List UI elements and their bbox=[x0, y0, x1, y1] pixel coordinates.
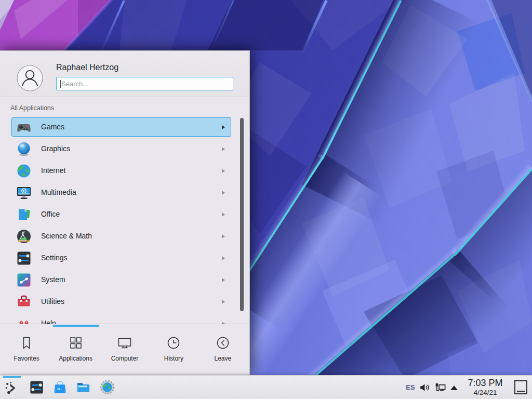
monitor-icon bbox=[117, 335, 132, 351]
grid-icon bbox=[68, 335, 84, 351]
clock-time: 7:03 PM bbox=[460, 377, 510, 389]
tab-label: Leave bbox=[214, 355, 231, 362]
submenu-arrow-icon bbox=[222, 256, 225, 260]
speaker-icon bbox=[419, 382, 430, 393]
menu-item-utilities[interactable]: Utilities bbox=[11, 292, 231, 311]
menu-item-games[interactable]: Games bbox=[11, 117, 231, 137]
menu-item-multimedia[interactable]: Multimedia bbox=[11, 183, 231, 202]
application-launcher-menu: Raphael Hertzog All Applications Games bbox=[0, 50, 250, 375]
tray-expand-arrow-icon[interactable] bbox=[450, 385, 458, 390]
menu-item-label: Utilities bbox=[41, 292, 64, 311]
submenu-arrow-icon bbox=[222, 191, 225, 195]
network-button[interactable] bbox=[434, 382, 446, 394]
web-browser-button[interactable] bbox=[99, 379, 115, 395]
section-label: All Applications bbox=[10, 104, 54, 112]
show-desktop-button[interactable] bbox=[514, 380, 527, 394]
menu-item-label: Games bbox=[41, 118, 64, 136]
menu-item-label: Settings bbox=[41, 249, 68, 267]
clock-date: 4/24/21 bbox=[460, 389, 510, 397]
internet-icon bbox=[16, 163, 32, 179]
folder-icon bbox=[75, 379, 91, 395]
tab-computer[interactable]: Computer bbox=[100, 324, 149, 375]
active-indicator bbox=[3, 376, 21, 378]
tab-label: Computer bbox=[111, 355, 139, 362]
utilities-icon bbox=[16, 294, 32, 310]
tab-label: Applications bbox=[59, 355, 92, 362]
menu-item-office[interactable]: Office bbox=[11, 205, 231, 224]
menu-item-label: Office bbox=[41, 205, 60, 223]
launcher-header: Raphael Hertzog bbox=[0, 51, 249, 97]
menu-item-label: Science & Math bbox=[41, 227, 92, 245]
science-icon bbox=[16, 228, 32, 245]
tab-applications[interactable]: Applications bbox=[51, 324, 100, 375]
bookmark-icon bbox=[19, 335, 34, 351]
category-list: Games Graphics bbox=[0, 117, 249, 324]
tab-favorites[interactable]: Favorites bbox=[2, 324, 51, 375]
scrollbar[interactable] bbox=[240, 118, 244, 311]
system-settings-icon bbox=[29, 379, 45, 395]
tab-label: Favorites bbox=[14, 355, 39, 362]
submenu-arrow-icon bbox=[222, 278, 225, 282]
digital-clock[interactable]: 7:03 PM 4/24/21 bbox=[460, 377, 510, 397]
menu-item-internet[interactable]: Internet bbox=[11, 161, 231, 180]
multimedia-icon bbox=[16, 184, 32, 201]
user-avatar[interactable] bbox=[17, 65, 43, 91]
menu-item-graphics[interactable]: Graphics bbox=[11, 139, 231, 158]
submenu-arrow-icon bbox=[222, 234, 225, 238]
user-name: Raphael Hertzog bbox=[56, 63, 118, 72]
menu-item-science-math[interactable]: Science & Math bbox=[11, 227, 231, 246]
file-manager-button[interactable] bbox=[75, 379, 91, 395]
system-icon bbox=[16, 272, 32, 288]
help-icon bbox=[16, 315, 32, 324]
menu-item-settings[interactable]: Settings bbox=[11, 248, 231, 268]
settings-icon bbox=[16, 250, 32, 267]
globe-gear-icon bbox=[99, 379, 115, 395]
system-settings-button[interactable] bbox=[29, 379, 45, 395]
menu-item-label: System bbox=[41, 271, 65, 289]
search-input[interactable] bbox=[57, 77, 233, 90]
kde-launcher-icon bbox=[4, 380, 20, 396]
taskbar-panel: ES 7:03 PM 4/24/21 bbox=[0, 375, 532, 399]
text-cursor bbox=[60, 80, 61, 88]
menu-item-label: Internet bbox=[41, 162, 65, 180]
discover-button[interactable] bbox=[52, 379, 68, 395]
tab-label: History bbox=[164, 355, 183, 362]
keyboard-layout-indicator[interactable]: ES bbox=[404, 376, 417, 399]
tab-leave[interactable]: Leave bbox=[198, 324, 247, 375]
leave-icon bbox=[215, 335, 231, 351]
volume-button[interactable] bbox=[419, 382, 430, 393]
discover-icon bbox=[52, 379, 68, 395]
wired-network-icon bbox=[434, 382, 446, 394]
submenu-arrow-icon bbox=[222, 169, 225, 173]
submenu-arrow-icon bbox=[222, 300, 225, 304]
graphics-icon bbox=[16, 141, 32, 157]
menu-item-label: Multimedia bbox=[41, 183, 76, 202]
menu-item-help[interactable]: Help bbox=[11, 314, 231, 324]
search-box bbox=[56, 77, 233, 90]
games-icon bbox=[16, 119, 32, 136]
submenu-arrow-icon bbox=[222, 212, 225, 217]
clock-icon bbox=[166, 335, 181, 351]
user-icon bbox=[17, 65, 43, 91]
menu-item-system[interactable]: System bbox=[11, 270, 231, 289]
submenu-arrow-icon bbox=[222, 125, 225, 129]
application-launcher-button[interactable] bbox=[2, 376, 22, 399]
launcher-tabbar: Favorites Applications Computer History bbox=[0, 324, 249, 375]
submenu-arrow-icon bbox=[222, 147, 225, 151]
desktop: Raphael Hertzog All Applications Games bbox=[0, 0, 532, 399]
tab-history[interactable]: History bbox=[149, 324, 198, 375]
menu-item-label: Graphics bbox=[41, 140, 70, 158]
office-icon bbox=[16, 206, 32, 223]
menu-item-label: Help bbox=[41, 314, 56, 324]
